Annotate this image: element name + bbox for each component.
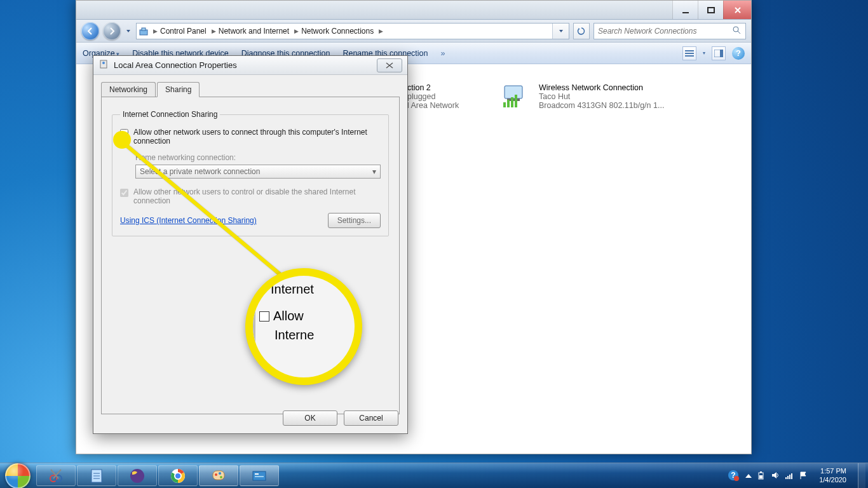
ics-group: Internet Connection Sharing Allow other … — [112, 110, 389, 236]
svg-point-26 — [219, 472, 221, 475]
tray-overflow-button[interactable] — [745, 474, 752, 478]
breadcrumb-segment-0[interactable]: ▶Control Panel — [151, 27, 209, 36]
task-snipping-tool[interactable] — [36, 465, 76, 486]
breadcrumb-end[interactable]: ▶ — [376, 28, 386, 34]
tab-networking[interactable]: Networking — [101, 82, 156, 97]
allow-control-row: Allow other network users to control or … — [120, 187, 381, 205]
allow-connect-row[interactable]: Allow other network users to connect thr… — [120, 128, 381, 146]
start-button[interactable] — [0, 463, 36, 488]
window-titlebar[interactable] — [76, 1, 751, 20]
refresh-button[interactable] — [573, 23, 590, 39]
taskbar-apps — [36, 463, 280, 488]
svg-rect-39 — [789, 475, 790, 479]
svg-rect-30 — [255, 476, 264, 477]
callout-magnifier: Internet Allow Interne — [245, 268, 362, 385]
preview-pane-button[interactable] — [712, 46, 726, 60]
connection-lac2-partial[interactable]: ection 2 nplugged al Area Network — [403, 83, 459, 110]
cancel-button[interactable]: Cancel — [344, 410, 398, 426]
system-tray: ? 1:57 PM 1/4/2020 — [728, 463, 868, 488]
tray-battery-icon[interactable] — [757, 471, 766, 481]
svg-point-21 — [130, 469, 144, 483]
allow-control-label: Allow other network users to control or … — [133, 187, 381, 205]
task-chrome[interactable] — [158, 465, 198, 486]
tray-volume-icon[interactable] — [771, 471, 780, 481]
svg-rect-9 — [720, 50, 723, 57]
svg-point-23 — [175, 473, 181, 479]
svg-point-17 — [102, 62, 105, 64]
dialog-icon — [98, 59, 109, 72]
tray-clock[interactable]: 1:57 PM 1/4/2020 — [814, 467, 851, 484]
svg-rect-13 — [507, 100, 510, 107]
breadcrumb[interactable]: ▶Control Panel ▶Network and Internet ▶Ne… — [136, 23, 569, 39]
dialog-close-button[interactable] — [377, 58, 402, 72]
connection-status: Taco Hut — [539, 92, 664, 101]
svg-point-25 — [215, 473, 217, 476]
svg-rect-29 — [255, 473, 259, 475]
svg-rect-36 — [759, 475, 763, 478]
task-notepad[interactable] — [77, 465, 116, 486]
show-desktop-button[interactable] — [858, 463, 865, 488]
connection-title: Wireless Network Connection — [539, 83, 664, 92]
maximize-button[interactable] — [698, 1, 723, 19]
svg-rect-40 — [791, 473, 792, 479]
svg-rect-38 — [787, 476, 789, 479]
svg-rect-3 — [142, 28, 146, 30]
minimize-button[interactable] — [672, 1, 698, 19]
ok-button[interactable]: OK — [283, 410, 337, 426]
task-control-panel[interactable] — [240, 465, 279, 486]
tray-help-icon[interactable]: ? — [728, 470, 739, 482]
svg-rect-37 — [785, 477, 787, 479]
dialog-title: Local Area Connection Properties — [114, 60, 237, 70]
search-box[interactable] — [593, 23, 746, 39]
magnifier-line2a: Allow — [273, 309, 304, 323]
svg-point-27 — [220, 476, 222, 478]
svg-point-33 — [734, 476, 739, 481]
magnifier-line1: Internet — [271, 280, 314, 299]
tab-page-sharing: Internet Connection Sharing Allow other … — [101, 97, 400, 414]
ics-help-link[interactable]: Using ICS (Internet Connection Sharing) — [120, 216, 257, 225]
settings-button: Settings... — [328, 213, 381, 228]
breadcrumb-segment-1[interactable]: ▶Network and Internet — [209, 27, 292, 36]
tray-network-icon[interactable] — [785, 471, 794, 481]
navigation-bar: ▶Control Panel ▶Network and Internet ▶Ne… — [76, 20, 751, 43]
tray-time: 1:57 PM — [819, 467, 846, 475]
allow-control-checkbox — [120, 189, 128, 197]
view-options-button[interactable] — [682, 46, 696, 60]
dialog-button-row: OK Cancel — [283, 410, 398, 426]
connection-device: Broadcom 4313GN 802.11b/g/n 1... — [539, 101, 664, 110]
nav-forward-button[interactable] — [103, 22, 121, 40]
nav-history-dropdown[interactable] — [125, 22, 132, 40]
tray-flag-icon[interactable] — [799, 471, 808, 481]
svg-point-4 — [733, 27, 738, 32]
home-networking-section: Home networking connection: Select a pri… — [135, 153, 381, 179]
svg-rect-7 — [685, 55, 694, 57]
wireless-icon — [502, 83, 532, 110]
svg-rect-6 — [685, 53, 694, 54]
search-input[interactable] — [598, 27, 732, 36]
task-firefox[interactable] — [118, 465, 157, 486]
chevron-down-icon: ▾ — [372, 167, 376, 176]
svg-rect-0 — [682, 12, 689, 13]
search-icon — [732, 25, 742, 37]
dialog-titlebar[interactable]: Local Area Connection Properties — [93, 56, 407, 75]
breadcrumb-dropdown[interactable] — [552, 23, 569, 39]
tab-sharing[interactable]: Sharing — [157, 82, 200, 97]
taskbar: ? 1:57 PM 1/4/2020 — [0, 463, 868, 488]
help-button[interactable]: ? — [732, 47, 745, 60]
connection-status-partial: nplugged — [403, 92, 459, 101]
allow-connect-label: Allow other network users to connect thr… — [133, 128, 381, 146]
magnifier-checkbox-icon — [259, 311, 269, 322]
svg-rect-1 — [708, 8, 714, 13]
svg-rect-15 — [515, 95, 517, 107]
toolbar-overflow[interactable]: » — [441, 49, 445, 58]
svg-rect-5 — [685, 50, 694, 51]
tab-strip: Networking Sharing — [101, 82, 400, 97]
task-paint[interactable] — [199, 465, 238, 486]
nav-back-button[interactable] — [81, 22, 99, 40]
ics-group-title: Internet Connection Sharing — [120, 110, 220, 119]
home-networking-select[interactable]: Select a private network connection ▾ — [135, 165, 381, 179]
breadcrumb-segment-2[interactable]: ▶Network Connections — [292, 27, 376, 36]
connection-wireless[interactable]: Wireless Network Connection Taco Hut Bro… — [502, 83, 664, 110]
close-button[interactable] — [723, 1, 751, 19]
windows-orb-icon — [5, 463, 31, 489]
